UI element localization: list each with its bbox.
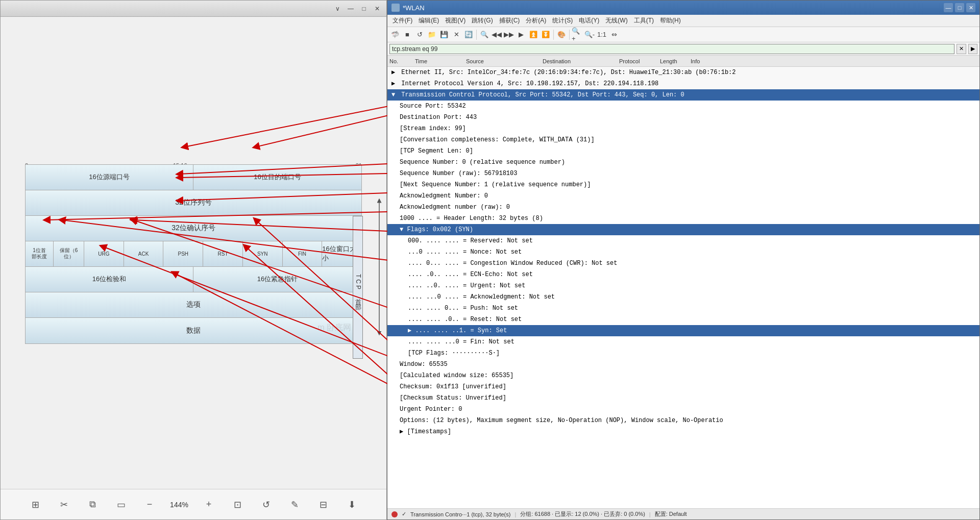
frame-button[interactable]: ▭ [112, 496, 130, 514]
checksum-row[interactable]: Checksum: 0x1f13 [unverified] [387, 381, 979, 392]
ws-close-button[interactable]: ✕ [966, 3, 975, 12]
tb-save-btn[interactable]: 💾 [438, 29, 450, 40]
header-len-row[interactable]: 1000 .... = Header Length: 32 bytes (8) [387, 213, 979, 224]
syn-flag: SYN [243, 241, 283, 266]
minimize-button[interactable]: ∨ [332, 4, 342, 14]
filter-clear-btn[interactable]: ✕ [957, 44, 966, 54]
tcp-row-detail[interactable]: ▼ Transmission Control Protocol, Src Por… [387, 89, 979, 101]
col-info-header: Info [691, 58, 977, 64]
menu-file[interactable]: 文件(F) [389, 15, 415, 26]
cwr-row[interactable]: .... 0... .... = Congestion Window Reduc… [387, 258, 979, 269]
menu-tools[interactable]: 工具(T) [631, 15, 657, 26]
minimize-button2[interactable]: — [346, 4, 356, 14]
ecn-row[interactable]: .... .0.. .... = ECN-Echo: Not set [387, 269, 979, 280]
col-no-header: No. [389, 58, 415, 64]
ethernet-expand: ▶ [391, 68, 398, 77]
tcp-row-data: 数据 [26, 318, 361, 343]
ws-minimize-button[interactable]: — [944, 3, 953, 12]
copy-button[interactable]: ⧉ [83, 496, 102, 514]
menu-edit[interactable]: 编辑(E) [415, 15, 442, 26]
ack-num-row[interactable]: Acknowledgment Number: 0 [387, 190, 979, 202]
urgent-flag-row[interactable]: .... ..0. .... = Urgent: Not set [387, 280, 979, 291]
ack-flag: ACK [124, 241, 164, 266]
menu-analyze[interactable]: 分析(A) [523, 15, 549, 26]
reserved-row[interactable]: 000. .... .... = Reserved: Not set [387, 235, 979, 246]
window-row[interactable]: Window: 65535 [387, 359, 979, 370]
conversation-row[interactable]: [Conversation completeness: Complete, WI… [387, 134, 979, 145]
tcp-row-options: 选项 [26, 292, 361, 318]
tcp-flags-row[interactable]: [TCP Flags: ··········S·] [387, 348, 979, 359]
rotate-button[interactable]: ↺ [257, 496, 275, 514]
calc-window-row[interactable]: [Calculated window size: 65535] [387, 370, 979, 381]
tb-zoom-in-btn[interactable]: 🔍+ [572, 29, 583, 40]
tb-next-btn[interactable]: ▶▶ [503, 29, 514, 40]
dst-port-row[interactable]: Destination Port: 443 [387, 112, 979, 123]
zoom-out-button[interactable]: − [140, 496, 159, 514]
tcp-row-ack: 32位确认序号 [26, 216, 361, 241]
ack-flag-row[interactable]: .... ...0 .... = Acknowledgment: Not set [387, 291, 979, 303]
ethernet-row[interactable]: ▶ Ethernet II, Src: IntelCor_34:fe:7c (2… [387, 67, 979, 78]
tb-first-btn[interactable]: ⏫ [528, 29, 539, 40]
download-button[interactable]: ⬇ [342, 496, 361, 514]
status-sep1: | [514, 511, 516, 517]
menu-stats[interactable]: 统计(S) [549, 15, 576, 26]
options-label: 选项 [186, 300, 201, 309]
next-seq-row[interactable]: [Next Sequence Number: 1 (relative seque… [387, 179, 979, 190]
zoom-in-button[interactable]: + [200, 496, 218, 514]
tb-close-btn[interactable]: ✕ [451, 29, 462, 40]
tb-last-btn[interactable]: ⏬ [540, 29, 551, 40]
tb-shark-btn[interactable]: 🦈 [389, 29, 401, 40]
ws-maximize-button[interactable]: □ [955, 3, 964, 12]
tb-zoom-out-btn[interactable]: 🔍- [584, 29, 595, 40]
tb-search-btn[interactable]: 🔍 [479, 29, 490, 40]
crop2-button[interactable]: ⊟ [314, 496, 332, 514]
segment-len-row[interactable]: [TCP Segment Len: 0] [387, 145, 979, 157]
dst-port-label: 16位目的端口号 [193, 165, 361, 190]
filter-input[interactable]: tcp.stream eq 99 [389, 44, 954, 54]
tb-stop-btn[interactable]: ■ [402, 29, 413, 40]
tb-colorize-btn[interactable]: 🎨 [556, 29, 567, 40]
options-row[interactable]: Options: (12 bytes), Maximum segment siz… [387, 415, 979, 426]
grid-view-button[interactable]: ⊞ [26, 496, 44, 514]
src-port-row[interactable]: Source Port: 55342 [387, 101, 979, 112]
menu-capture[interactable]: 捕获(C) [496, 15, 523, 26]
ip-row[interactable]: ▶ Internet Protocol Version 4, Src: 10.1… [387, 78, 979, 89]
flags-row[interactable]: ▼ Flags: 0x002 (SYN) [387, 224, 979, 235]
seq-num-row[interactable]: Sequence Number: 0 (relative sequence nu… [387, 157, 979, 168]
seq-raw-row[interactable]: Sequence Number (raw): 567918103 [387, 168, 979, 179]
push-row[interactable]: .... .... 0... = Push: Not set [387, 303, 979, 314]
edit-button[interactable]: ✎ [285, 496, 304, 514]
maximize-button[interactable]: □ [359, 4, 369, 14]
tb-reload-btn[interactable]: 🔄 [463, 29, 474, 40]
flags-expand: ▼ [400, 226, 403, 233]
ack-raw-row[interactable]: Acknowledgment number (raw): 0 [387, 202, 979, 213]
checksum-status-row[interactable]: [Checksum Status: Unverified] [387, 392, 979, 404]
tb-resize-btn[interactable]: ⇔ [608, 29, 620, 40]
nonce-row[interactable]: ...0 .... .... = Nonce: Not set [387, 246, 979, 258]
menu-jump[interactable]: 跳转(G) [469, 15, 496, 26]
ip-expand: ▶ [391, 79, 398, 88]
menu-wireless[interactable]: 无线(W) [602, 15, 630, 26]
urg-flag: URG [84, 241, 124, 266]
filter-apply-btn[interactable]: ▶ [968, 44, 977, 54]
menu-view[interactable]: 视图(V) [442, 15, 469, 26]
urgent-ptr-row[interactable]: Urgent Pointer: 0 [387, 404, 979, 415]
tb-go-btn[interactable]: ▶ [516, 29, 527, 40]
seq-label: 32位序列号 [175, 198, 212, 207]
tb-prev-btn[interactable]: ◀◀ [491, 29, 502, 40]
tb-open-btn[interactable]: 📁 [426, 29, 437, 40]
timestamps-row[interactable]: ▶ [Timestamps] [387, 426, 979, 437]
tb-restart-btn[interactable]: ↺ [414, 29, 425, 40]
reset-row[interactable]: .... .... .0.. = Reset: Not set [387, 314, 979, 325]
menu-help[interactable]: 帮助(H) [657, 15, 684, 26]
header-len-label: 1位首部长度 [26, 241, 54, 266]
fin-row[interactable]: .... .... ...0 = Fin: Not set [387, 336, 979, 348]
tb-zoom-normal-btn[interactable]: 1:1 [596, 29, 607, 40]
crop-button[interactable]: ✂ [55, 496, 73, 514]
left-content: 0 15 16 31 16位源端口号 16位目的端口号 32位序列号 32位确认… [1, 17, 386, 489]
close-button[interactable]: ✕ [372, 4, 382, 14]
stream-index-row[interactable]: [Stream index: 99] [387, 123, 979, 134]
menu-phone[interactable]: 电话(Y) [576, 15, 602, 26]
syn-row[interactable]: ▶ .... .... ..1. = Syn: Set [387, 325, 979, 336]
fit-button[interactable]: ⊡ [228, 496, 247, 514]
